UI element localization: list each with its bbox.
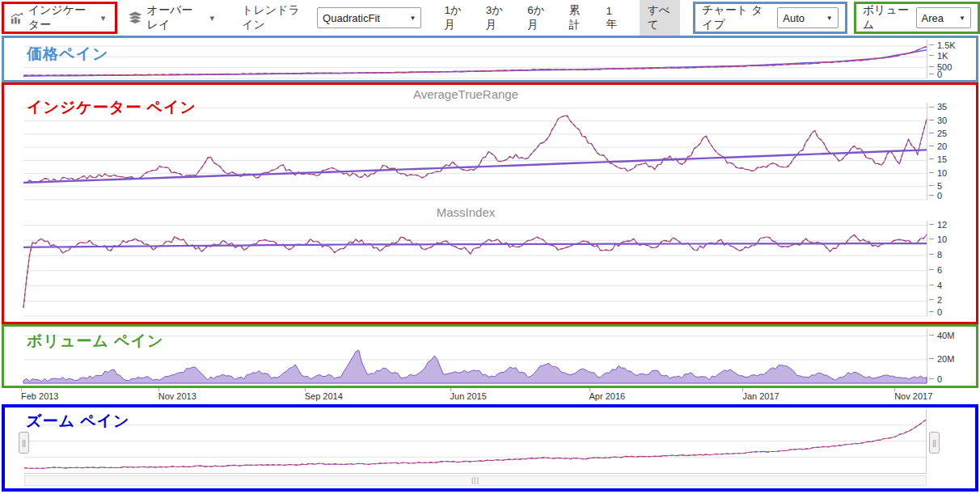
range-ytd[interactable]: 累計 — [569, 0, 585, 36]
y-axis-label: 0 — [929, 308, 942, 317]
price-pane: 1.5K1K5000 価格ペイン — [2, 36, 978, 82]
y-axis-label: 0 — [929, 375, 942, 384]
y-axis-label: 25 — [929, 129, 947, 138]
chart-type-label: チャート タイプ — [702, 3, 771, 32]
scrollbar-grip[interactable]: ||| — [471, 477, 479, 484]
indicators-menu-label: インジケーター — [28, 3, 95, 32]
stock-chart-app: インジケーター ▾ オーバーレイ ▾ トレンドライン QuadraticFit … — [0, 0, 980, 494]
volume-pane-annotation-label: ボリューム ペイン — [27, 331, 163, 352]
range-1year[interactable]: 1年 — [606, 1, 618, 36]
x-axis-label: Nov 2013 — [158, 391, 196, 401]
y-axis-label: 5 — [929, 182, 942, 191]
overlays-menu-button[interactable]: オーバーレイ ▾ — [129, 3, 214, 32]
volume-y-axis: 40M20M0 — [929, 329, 974, 383]
volume-type-select-value: Area — [922, 12, 944, 24]
massindex-y-axis: 121086420 — [929, 221, 974, 316]
select-arrow-icon: ▼ — [959, 15, 965, 22]
range-6months[interactable]: 6か月 — [527, 0, 547, 36]
zoom-scrollbar[interactable]: ||| — [24, 475, 927, 486]
zoom-right-handle[interactable]: || — [929, 432, 940, 454]
y-axis-label: 10 — [929, 169, 947, 178]
range-1month[interactable]: 1か月 — [444, 0, 464, 36]
y-axis-label: 10 — [929, 235, 947, 244]
volume-type-label: ボリューム — [863, 3, 910, 32]
left-handle-grip: || — [22, 439, 26, 447]
x-axis-label: Sep 2014 — [305, 391, 343, 401]
y-axis-label: 20M — [929, 355, 954, 364]
y-axis-label: 0 — [929, 192, 942, 201]
y-axis-label: 8 — [929, 251, 942, 260]
x-axis: Feb 2013Nov 2013Sep 2014Jun 2015Apr 2016… — [21, 389, 930, 404]
range-3months[interactable]: 3か月 — [486, 0, 506, 36]
right-handle-grip: || — [932, 439, 936, 447]
x-axis-label: Jun 2015 — [450, 391, 487, 401]
chevron-down-icon: ▾ — [210, 13, 215, 23]
y-axis-label: 20 — [929, 142, 947, 151]
massindex-chart[interactable] — [23, 221, 927, 316]
price-pane-annotation-label: 価格ペイン — [27, 44, 108, 65]
y-axis-label: 2 — [929, 296, 942, 305]
volume-pane: 40M20M0 ボリューム ペイン — [2, 324, 978, 388]
indicator-pane: AverageTrueRange インジケーター ペイン 35302520151… — [2, 82, 978, 324]
trendline-select-value: QuadraticFit — [323, 12, 380, 24]
x-axis-label: Feb 2013 — [21, 391, 58, 401]
layers-icon — [129, 11, 142, 25]
price-y-axis: 1.5K1K5000 — [929, 40, 974, 78]
annotation-box-chart-type-control: チャート タイプ Auto ▼ — [693, 2, 847, 34]
select-arrow-icon: ▼ — [410, 15, 416, 22]
zoom-navigator-chart[interactable] — [24, 409, 927, 474]
x-axis-label: Apr 2016 — [589, 391, 626, 401]
x-axis-label: Nov 2017 — [894, 391, 932, 401]
zoom-pane-annotation-label: ズーム ペイン — [26, 411, 130, 432]
massindex-chart-title: MassIndex — [4, 205, 927, 219]
y-axis-label: 6 — [929, 266, 942, 275]
indicators-menu-button[interactable]: インジケーター ▾ — [11, 3, 105, 32]
chart-bars-icon — [11, 11, 23, 25]
zoom-left-handle[interactable]: || — [19, 432, 29, 454]
chevron-down-icon: ▾ — [101, 13, 106, 23]
range-selector: 1か月 3か月 6か月 累計 1年 すべて — [444, 0, 680, 36]
y-axis-label: 40M — [929, 331, 954, 340]
annotation-box-indicator-control: インジケーター ▾ — [2, 2, 117, 34]
overlays-menu-label: オーバーレイ — [147, 3, 204, 32]
indicator-pane-annotation-label: インジケーター ペイン — [27, 97, 196, 118]
trendline-label: トレンドライン — [242, 3, 310, 32]
y-axis-label: 35 — [929, 103, 947, 112]
y-axis-label: 1.5K — [929, 41, 956, 50]
trendline-select[interactable]: QuadraticFit ▼ — [317, 7, 421, 28]
chart-type-select[interactable]: Auto ▼ — [777, 7, 838, 28]
price-chart[interactable] — [23, 40, 927, 78]
y-axis-label: 12 — [929, 221, 947, 230]
atr-y-axis: 35302520151050 — [929, 103, 974, 200]
zoom-pane: ズーム ペイン || || ||| — [2, 404, 978, 492]
y-axis-label: 15 — [929, 155, 947, 164]
y-axis-label: 1K — [929, 52, 948, 61]
range-all[interactable]: すべて — [640, 0, 680, 36]
y-axis-label: 4 — [929, 281, 942, 290]
annotation-box-volume-control: ボリューム Area ▼ — [854, 2, 980, 34]
y-axis-label: 30 — [929, 116, 947, 125]
y-axis-label: 0 — [929, 70, 942, 79]
x-axis-label: Jan 2017 — [742, 391, 779, 401]
select-arrow-icon: ▼ — [826, 15, 833, 22]
chart-type-select-value: Auto — [783, 12, 805, 24]
volume-type-select[interactable]: Area ▼ — [916, 7, 971, 28]
toolbar: インジケーター ▾ オーバーレイ ▾ トレンドライン QuadraticFit … — [0, 0, 980, 36]
